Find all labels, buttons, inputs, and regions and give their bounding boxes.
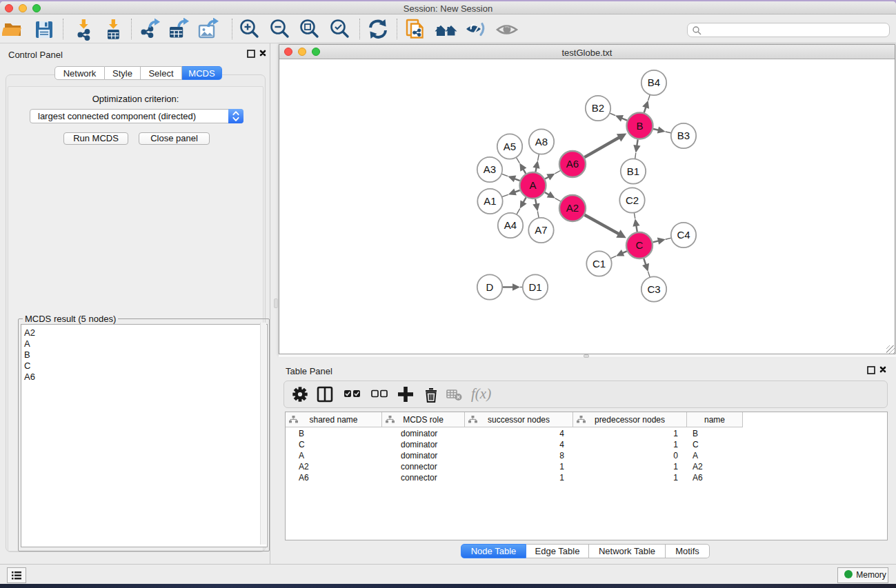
svg-text:C: C [636,239,644,251]
svg-text:B: B [636,120,643,132]
svg-text:A3: A3 [484,163,496,175]
svg-text:A6: A6 [566,158,579,170]
svg-text:C2: C2 [626,194,639,206]
svg-text:C1: C1 [593,258,606,270]
svg-text:A1: A1 [484,195,496,207]
svg-text:A4: A4 [504,219,517,231]
svg-text:A8: A8 [535,136,548,148]
svg-text:A5: A5 [504,141,516,152]
svg-text:D: D [486,281,494,293]
svg-text:B2: B2 [592,102,604,114]
svg-text:C3: C3 [647,283,660,295]
svg-text:B4: B4 [648,77,660,88]
svg-text:A2: A2 [566,202,579,214]
svg-text:A7: A7 [535,224,547,236]
svg-text:D1: D1 [528,281,541,293]
svg-text:A: A [529,179,536,191]
svg-text:B1: B1 [627,165,639,177]
svg-text:B3: B3 [677,130,690,141]
svg-text:C4: C4 [677,229,690,241]
